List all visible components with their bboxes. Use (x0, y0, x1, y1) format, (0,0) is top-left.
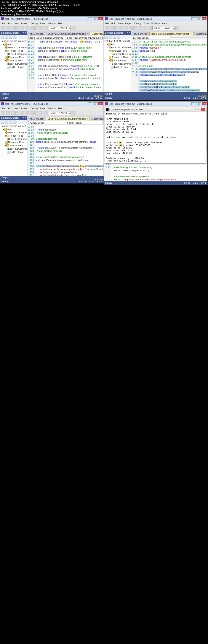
maximize-button[interactable]: ▢ (93, 17, 98, 20)
redo-button[interactable] (39, 26, 43, 30)
scope-bar[interactable]: BasePlusCommissionEmployee BasePlusCommi… (27, 36, 104, 40)
run-button[interactable] (44, 26, 48, 30)
console-max[interactable]: ▢ (196, 108, 200, 111)
video-frame-4: test - Microsoft Visual C++ 2010 Express… (104, 101, 208, 185)
statusbar: Ready Ln 14Col 50Ch 50 (0, 96, 104, 100)
explorer-toolbar[interactable] (0, 35, 27, 39)
open-button[interactable] (6, 26, 10, 30)
deps-node: ▸ External Dependencies (1, 46, 27, 49)
source-node: ▾ Source Files (1, 59, 27, 62)
menu-file[interactable]: File (1, 22, 5, 25)
toolbar[interactable]: Debug Win32 (0, 26, 104, 31)
window-titlebar[interactable]: test - Microsoft Visual C++ 2010 Express… (0, 16, 104, 21)
cut-button[interactable] (20, 26, 24, 30)
platform-combo[interactable]: Win32 (60, 26, 71, 30)
code-editor[interactable]: fig12_09.cpp BasePlusCommissionEmployee.… (27, 31, 104, 92)
video-frame-1: test - Microsoft Visual C++ 2010 Express… (0, 16, 104, 101)
menu-tools[interactable]: Tools (40, 22, 45, 25)
tab-fig12[interactable]: fig12_09.cpp (28, 32, 45, 36)
save-button[interactable] (10, 26, 14, 30)
video-frame-2: test - Microsoft Visual C++ 2010 Express… (104, 16, 208, 101)
project-node: ▸ test (1, 43, 27, 46)
pin-icon[interactable]: ▾ ✕ (23, 32, 26, 34)
config-combo[interactable]: Debug (49, 26, 59, 30)
app-icon (1, 17, 4, 20)
scope-left: BasePlusCommissionEmployee (28, 36, 65, 40)
header-file: BasePlusCommissio (1, 52, 27, 56)
copy-button[interactable] (25, 26, 29, 30)
code-lines[interactable]: // Fig. 12.8: BasePlusCommissionEmployee… (139, 40, 207, 92)
file-metadata: File: 85_-_BasePlusCommissionEmployee_cl… (0, 0, 208, 16)
console-min[interactable]: _ (191, 108, 196, 111)
editor-tabs: fig12_09.cpp BasePlusCommissionEmployee.… (27, 31, 104, 36)
resource-node: Resource Files (1, 56, 27, 59)
console-window[interactable]: C:\Windows\system32\cmd.exe_▢× Employee … (105, 107, 206, 164)
undo-button[interactable] (34, 26, 38, 30)
tab-cpp[interactable]: BasePlusCommissionEmployee.cpp× (46, 32, 90, 36)
solution-node: Solution 'test' (1 project) (1, 40, 27, 43)
menubar[interactable]: File Edit View Project Debug Tools Windo… (0, 21, 104, 26)
minimize-button[interactable]: _ (88, 17, 92, 20)
console-title: C:\Windows\system32\cmd.exe (109, 108, 142, 111)
new-button[interactable] (1, 26, 5, 30)
menu-view[interactable]: View (14, 22, 19, 25)
video-frame-3: test - Microsoft Visual C++ 2010 Express… (0, 101, 104, 185)
menu-help[interactable]: Help (58, 22, 63, 25)
console-titlebar: C:\Windows\system32\cmd.exe_▢× (105, 107, 206, 112)
source-file-2: fig12_09.cpp (1, 66, 27, 69)
menu-edit[interactable]: Edit (7, 22, 12, 25)
menu-debug[interactable]: Debug (31, 22, 38, 25)
find-button[interactable] (72, 26, 76, 30)
paste-button[interactable] (30, 26, 33, 30)
console-close[interactable]: × (201, 108, 205, 111)
source-file-1: BasePlusCommissio (1, 62, 27, 66)
headers-node: ▾ Header Files (1, 49, 27, 52)
code-lines[interactable]: { return baseSalary; } // end function g… (35, 125, 104, 176)
menu-window[interactable]: Window (48, 22, 56, 25)
saveall-button[interactable] (15, 26, 19, 30)
tab-h[interactable]: BasePlusCommissionEmployee.h× (90, 32, 104, 36)
code-lines[interactable]: const string &, double = 0.0, double = 0… (35, 40, 104, 92)
solution-tree[interactable]: Solution 'test' (1 project) ▸ test ▸ Ext… (0, 39, 27, 92)
close-button[interactable]: × (98, 17, 103, 20)
output-header[interactable]: Output (0, 92, 104, 96)
console-output: Employee information obtained by get fun… (105, 112, 206, 163)
window-title: test - Microsoft Visual C++ 2010 Express (5, 18, 48, 20)
explorer-header: Solution Explorer▾ ✕ (0, 31, 27, 35)
scope-right: BasePlusCommissionEmployee(const string … (66, 36, 103, 40)
line-gutter: 14 15 16 17 18 19 20 21 22 23 24 25 26 2… (27, 40, 35, 92)
solution-explorer[interactable]: Solution Explorer▾ ✕ Solution 'test' (1 … (0, 31, 27, 92)
video-timestamp: 00:00:05 (94, 94, 103, 97)
menu-project[interactable]: Project (21, 22, 28, 25)
